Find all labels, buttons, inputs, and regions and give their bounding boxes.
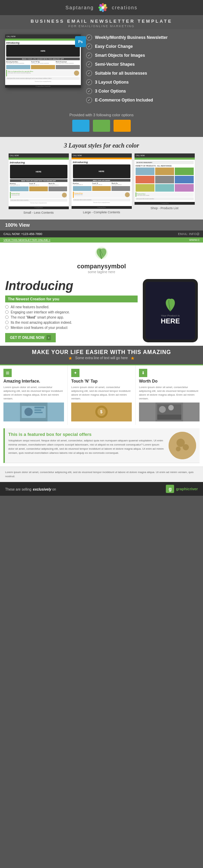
color-options-label: Provided with 3 following color options [5,113,198,117]
page-subtitle: FOR EMAIL/ONLINE MARKETING [0,24,203,28]
svg-point-13 [24,408,33,416]
nl-logo-area: companysymbol some tagline here [0,243,203,276]
bullet-4: Its the most amazing application indeed. [5,321,138,324]
svg-rect-16 [34,412,43,413]
feature-label-2: Easy Color Change [95,44,133,49]
cta-button[interactable]: GET IT ONLINE NOW › [5,333,56,342]
feature-img-svg-3 [156,403,183,421]
feature-col-body-2: Lorem ipsum dolor sit amet, consectetur … [71,385,132,401]
preview-footer: © Company Name | Unsubscribe [5,85,81,88]
layout-shop-preview: CALL NOW AN INTRO PARAGRAPH VARIETY OF P… [135,153,195,205]
preview-call: CALL NOW [7,35,15,37]
email-preview: CALL NOW Introducing HERE MAKE YOUR LIFE… [5,34,81,88]
featured-img [169,432,196,459]
feature-img-2: $ [71,403,132,421]
main-section: CALL NOW Introducing HERE MAKE YOUR LIFE… [0,29,203,111]
phone-screen: Your Product Is HERE [146,282,195,340]
check-icon-8 [86,97,92,103]
featured-text: This is a featured box for special offer… [8,432,165,459]
feature-col-title-1: Amazing Interface. [3,379,64,384]
preview-lorem: Lorem ipsum dolor sit amet consectetur a… [6,77,80,80]
email-info-text: EMAIL: INFO@ [178,232,200,236]
selling-suffix: on [52,487,56,491]
feature-item-5: Suitable for all businesses [86,70,198,76]
feature-col-title-2: Touch 'N' Tap [71,379,132,384]
color-swatches [5,120,198,132]
swatch-blue [72,120,89,132]
website-link: WWW.C [189,238,200,242]
layout-small-preview: CALL NOW Introducing HERE MAKE YOUR LIFE… [9,153,69,209]
bullet-circle-2 [5,310,9,314]
feature-img-1 [3,403,64,421]
preview-col-2: Touch 'N' Tap Lorem ipsum dolor sit amet… [31,61,55,69]
preview-col-1: Amazing Interface. Lorem ipsum dolor sit… [6,61,30,69]
view-online-link[interactable]: VIEW THIS NEWSLETTER ONLINE » [3,238,50,242]
feature-img-svg-2: $ [88,403,115,421]
phone-leaf-icon [162,296,179,313]
feature-label-5: Suitable for all businesses [95,71,147,76]
check-icon-2 [86,43,92,50]
touch-icon-box: ✦ [71,369,79,377]
hero-bullets: All new features bundled. Engaging user … [5,305,138,330]
bullet-circle-5 [5,326,9,329]
layout-section: 3 Layout styles for each color CALL NOW … [0,137,203,219]
selling-text: These are selling exclusively on [5,486,56,492]
swatch-orange [114,120,131,132]
preview-img-2 [31,65,55,69]
bullet-2: Engaging user interface with elegance. [5,310,138,314]
swatch-green [93,120,110,132]
newsletter-preview: CALL NOW: +123-456-7890 EMAIL: INFO@ VIE… [0,231,203,482]
featured-section-wrapper: This is a featured box for special offer… [0,425,203,467]
featured-title: This is a featured box for special offer… [8,432,165,437]
preview-featured-img [74,71,79,76]
page-title: BUSINESS EMAIL NEWSLETTER TEMPLATE [0,19,203,24]
nl-top-bar: CALL NOW: +123-456-7890 EMAIL: INFO@ [0,231,203,237]
preview-cols: Amazing Interface. Lorem ipsum dolor sit… [6,61,80,69]
color-options-section: Provided with 3 following color options [0,111,203,137]
feature-label-4: Semi-Vector Shapes [95,62,135,67]
lorem-text: Lorem ipsum dolor sit amet, consectetur … [5,470,198,479]
banner-title: MAKE YOUR LIFE EASIER WITH THIS AMAZING [3,349,200,355]
features-row: ⊞ Amazing Interface. Lorem ipsum dolor s… [0,364,203,425]
feature-img-svg-1 [20,403,47,421]
product-label: Your Product Is [161,314,180,317]
gr-letter: g [169,486,172,492]
feature-col-worth: ⬇ Worth Do Lorem ipsum dolor sit amet, c… [136,365,203,425]
bullet-1: All new features bundled. [5,305,138,309]
graphicriver-icon: g [166,485,174,493]
svg-point-25 [168,405,174,410]
check-icon-3 [86,52,92,58]
check-icon-7 [86,88,92,94]
feature-label-6: 3 Layout Options [95,80,129,85]
feature-item-3: Smart Objects for Images [86,52,198,58]
svg-text:$: $ [100,409,103,414]
feature-col-title-3: Worth Do [139,379,200,384]
bullet-circle-1 [5,305,9,309]
featured-img-svg [169,432,196,459]
layout-small-caption: Small - Less Contents [9,211,69,214]
cta-arrow-icon: › [46,335,51,340]
feature-label-8: E-Commerce Option Included [95,98,153,103]
layout-shop-caption: Shop - Products List [135,206,195,210]
check-icon-4 [86,61,92,67]
here-text: HERE [161,317,180,325]
layout-large-preview: CALL NOW Introducing HERE MAKE YOUR LIFE… [72,153,132,209]
preview-body: Introducing HERE MAKE YOUR LIFE EASIER W… [5,41,81,84]
feature-label-3: Smart Objects for Images [95,53,145,58]
feature-item-7: 3 Color Options [86,88,198,94]
gr-label: graphicriver [176,487,198,491]
feature-label-1: Weekly/Monthly Business Newsletter [95,35,168,40]
layout-previews: CALL NOW Introducing HERE MAKE YOUR LIFE… [5,153,198,214]
preview-img-1 [6,65,30,69]
preview-header: CALL NOW [5,34,81,39]
view-section-header: 100% View [0,219,203,231]
touch-icon: ✦ [74,371,77,375]
preview-phone: HERE [41,50,45,52]
feature-item-6: 3 Layout Options [86,79,198,85]
svg-rect-26 [157,415,181,420]
lorem-box: Lorem ipsum dolor sit amet, consectetur … [0,467,203,482]
bullet-circle-3 [5,315,9,319]
bullet-circle-4 [5,321,9,324]
feature-item-8: E-Commerce Option Included [86,97,198,103]
svg-rect-15 [34,409,41,411]
